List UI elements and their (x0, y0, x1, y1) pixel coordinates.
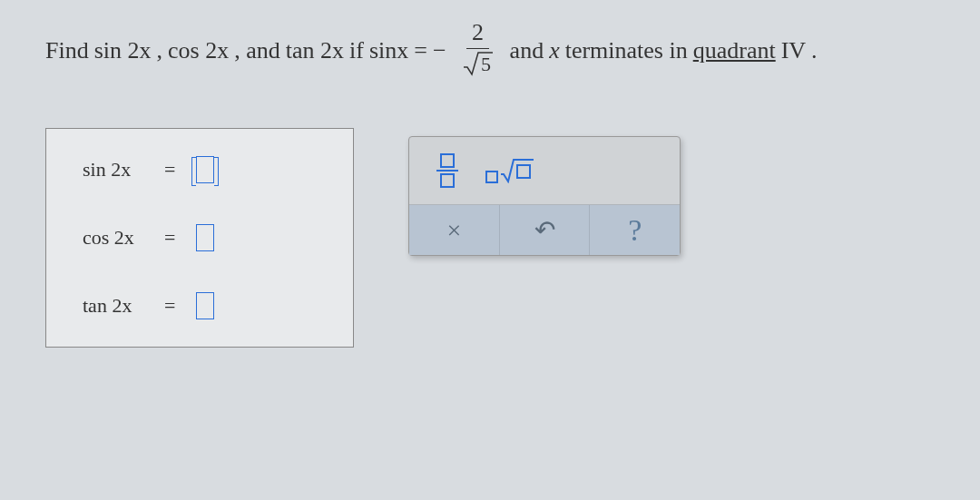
q-quadrant-word: quadrant (693, 37, 776, 64)
label-sin2x: sin 2x (83, 158, 146, 181)
q-terminates: terminates in (565, 37, 688, 64)
q-quadrant-num: IV (781, 37, 806, 64)
input-cos2x[interactable] (196, 224, 214, 251)
q-period: . (811, 37, 818, 64)
svg-rect-1 (517, 165, 530, 178)
q-given-lhs: sinx (369, 37, 408, 64)
answer-box: sin 2x = cos 2x = tan 2x = (45, 128, 354, 348)
input-sin2x[interactable] (196, 156, 214, 183)
fraction-line (436, 170, 458, 172)
help-button[interactable]: ? (590, 205, 680, 255)
sqrt-icon: 5 (463, 51, 494, 76)
svg-text:5: 5 (481, 53, 491, 75)
q-prefix: Find (45, 37, 89, 64)
equals-sign: = (164, 294, 178, 318)
toolbox-actions: × ↶ ? (409, 204, 680, 255)
help-icon: ? (628, 213, 642, 248)
answer-row-tan: tan 2x = (83, 292, 317, 319)
answer-row-cos: cos 2x = (83, 224, 317, 251)
q-equals: = (414, 37, 427, 64)
fraction-denominator-box (440, 173, 455, 188)
label-tan2x: tan 2x (83, 294, 146, 318)
undo-icon: ↶ (534, 215, 555, 245)
fraction-tool[interactable] (436, 153, 458, 188)
q-denominator: 5 (457, 49, 499, 83)
q-comma2: , and (234, 37, 280, 64)
q-neg: − (433, 37, 446, 64)
label-cos2x: cos 2x (83, 226, 146, 250)
sqrt-tool[interactable] (485, 158, 534, 183)
q-expr2: cos 2x (168, 37, 229, 64)
q-expr3: tan 2x (286, 37, 344, 64)
sqrt-icon (500, 158, 534, 183)
q-x: x (549, 37, 560, 64)
question-text: Find sin 2x, cos 2x, and tan 2x if sinx … (45, 18, 935, 83)
math-toolbox: × ↶ ? (408, 136, 681, 256)
q-numerator: 2 (466, 18, 489, 49)
clear-button[interactable]: × (409, 205, 500, 255)
toolbox-templates (409, 137, 680, 204)
undo-button[interactable]: ↶ (500, 205, 591, 255)
q-expr1: sin 2x (94, 37, 152, 64)
q-if: if (349, 37, 364, 64)
q-and: and (510, 37, 544, 64)
answer-row-sin: sin 2x = (83, 156, 317, 183)
fraction-numerator-box (440, 153, 455, 168)
q-fraction: 2 5 (457, 18, 499, 83)
q-comma1: , (157, 37, 163, 64)
close-icon: × (446, 216, 461, 245)
sqrt-index-box (485, 171, 498, 183)
equals-sign: = (164, 158, 178, 181)
equals-sign: = (164, 226, 178, 250)
input-tan2x[interactable] (196, 292, 214, 319)
